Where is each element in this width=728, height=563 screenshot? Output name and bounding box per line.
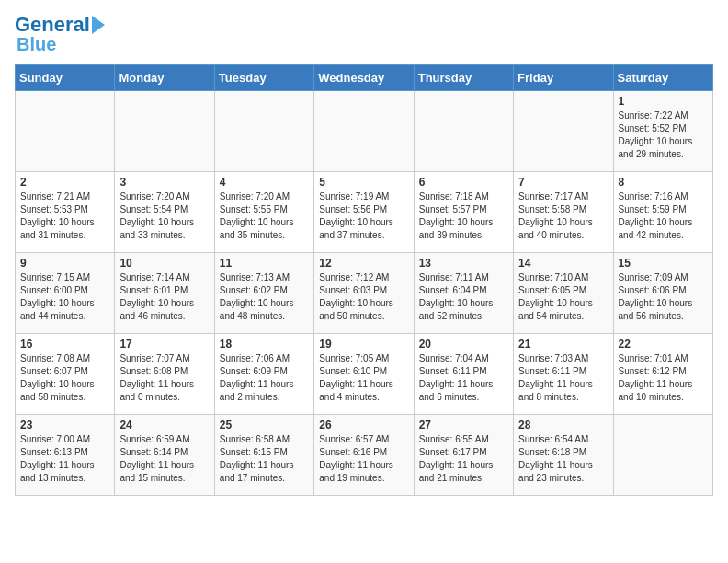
day-info: Sunrise: 7:13 AM Sunset: 6:02 PM Dayligh… — [220, 272, 294, 321]
calendar-cell: 10Sunrise: 7:14 AM Sunset: 6:01 PM Dayli… — [115, 253, 214, 334]
calendar-cell: 23Sunrise: 7:00 AM Sunset: 6:13 PM Dayli… — [16, 415, 115, 496]
day-info: Sunrise: 7:05 AM Sunset: 6:10 PM Dayligh… — [319, 353, 393, 402]
week-row-5: 23Sunrise: 7:00 AM Sunset: 6:13 PM Dayli… — [16, 415, 713, 496]
calendar-table: SundayMondayTuesdayWednesdayThursdayFrid… — [15, 64, 713, 496]
day-info: Sunrise: 7:08 AM Sunset: 6:07 PM Dayligh… — [20, 353, 95, 402]
calendar-cell: 28Sunrise: 6:54 AM Sunset: 6:18 PM Dayli… — [514, 415, 613, 496]
calendar-cell — [613, 415, 712, 496]
day-info: Sunrise: 7:01 AM Sunset: 6:12 PM Dayligh… — [619, 353, 693, 402]
calendar-cell: 9Sunrise: 7:15 AM Sunset: 6:00 PM Daylig… — [16, 253, 115, 334]
day-info: Sunrise: 7:00 AM Sunset: 6:13 PM Dayligh… — [20, 434, 95, 483]
logo-text: General — [15, 15, 90, 35]
page-header: General Blue — [15, 15, 713, 53]
day-info: Sunrise: 7:18 AM Sunset: 5:57 PM Dayligh… — [419, 191, 494, 240]
day-number: 3 — [119, 176, 209, 189]
day-info: Sunrise: 7:10 AM Sunset: 6:05 PM Dayligh… — [518, 272, 593, 321]
calendar-cell: 4Sunrise: 7:20 AM Sunset: 5:55 PM Daylig… — [214, 172, 313, 253]
day-number: 24 — [119, 419, 209, 431]
logo: General Blue — [15, 15, 105, 53]
week-row-1: 1Sunrise: 7:22 AM Sunset: 5:52 PM Daylig… — [16, 91, 713, 172]
day-number: 4 — [220, 176, 309, 189]
day-number: 21 — [518, 338, 608, 350]
day-number: 1 — [619, 95, 708, 108]
day-info: Sunrise: 7:14 AM Sunset: 6:01 PM Dayligh… — [119, 272, 194, 321]
day-number: 11 — [220, 257, 309, 270]
calendar-cell: 19Sunrise: 7:05 AM Sunset: 6:10 PM Dayli… — [314, 334, 414, 415]
calendar-cell: 6Sunrise: 7:18 AM Sunset: 5:57 PM Daylig… — [414, 172, 513, 253]
calendar-cell: 5Sunrise: 7:19 AM Sunset: 5:56 PM Daylig… — [314, 172, 414, 253]
calendar-cell: 20Sunrise: 7:04 AM Sunset: 6:11 PM Dayli… — [414, 334, 513, 415]
calendar-cell — [115, 91, 214, 172]
calendar-body: 1Sunrise: 7:22 AM Sunset: 5:52 PM Daylig… — [16, 91, 713, 496]
calendar-cell: 22Sunrise: 7:01 AM Sunset: 6:12 PM Dayli… — [613, 334, 712, 415]
day-info: Sunrise: 7:07 AM Sunset: 6:08 PM Dayligh… — [119, 353, 194, 402]
day-number: 10 — [119, 257, 209, 270]
weekday-header-sunday: Sunday — [16, 65, 115, 91]
calendar-cell: 24Sunrise: 6:59 AM Sunset: 6:14 PM Dayli… — [115, 415, 214, 496]
calendar-cell — [214, 91, 313, 172]
calendar-cell: 13Sunrise: 7:11 AM Sunset: 6:04 PM Dayli… — [414, 253, 513, 334]
day-info: Sunrise: 7:09 AM Sunset: 6:06 PM Dayligh… — [619, 272, 693, 321]
calendar-cell: 18Sunrise: 7:06 AM Sunset: 6:09 PM Dayli… — [214, 334, 313, 415]
day-number: 27 — [419, 419, 508, 431]
day-info: Sunrise: 6:54 AM Sunset: 6:18 PM Dayligh… — [518, 434, 593, 483]
day-info: Sunrise: 7:12 AM Sunset: 6:03 PM Dayligh… — [319, 272, 393, 321]
day-info: Sunrise: 7:17 AM Sunset: 5:58 PM Dayligh… — [518, 191, 593, 240]
calendar-cell: 1Sunrise: 7:22 AM Sunset: 5:52 PM Daylig… — [613, 91, 712, 172]
weekday-header-wednesday: Wednesday — [314, 65, 414, 91]
calendar-cell: 11Sunrise: 7:13 AM Sunset: 6:02 PM Dayli… — [214, 253, 313, 334]
day-number: 12 — [319, 257, 408, 270]
calendar-cell — [514, 91, 613, 172]
day-number: 26 — [319, 419, 408, 431]
calendar-cell: 26Sunrise: 6:57 AM Sunset: 6:16 PM Dayli… — [314, 415, 414, 496]
calendar-cell: 25Sunrise: 6:58 AM Sunset: 6:15 PM Dayli… — [214, 415, 313, 496]
day-number: 16 — [20, 338, 109, 350]
day-number: 17 — [119, 338, 209, 350]
day-info: Sunrise: 7:20 AM Sunset: 5:55 PM Dayligh… — [220, 191, 294, 240]
week-row-3: 9Sunrise: 7:15 AM Sunset: 6:00 PM Daylig… — [16, 253, 713, 334]
day-number: 25 — [220, 419, 309, 431]
day-info: Sunrise: 7:16 AM Sunset: 5:59 PM Dayligh… — [619, 191, 693, 240]
day-info: Sunrise: 7:22 AM Sunset: 5:52 PM Dayligh… — [619, 110, 693, 159]
day-info: Sunrise: 6:55 AM Sunset: 6:17 PM Dayligh… — [419, 434, 494, 483]
day-number: 14 — [518, 257, 608, 270]
day-number: 15 — [619, 257, 708, 270]
weekday-header-saturday: Saturday — [613, 65, 712, 91]
calendar-cell — [314, 91, 414, 172]
week-row-2: 2Sunrise: 7:21 AM Sunset: 5:53 PM Daylig… — [16, 172, 713, 253]
calendar-cell: 14Sunrise: 7:10 AM Sunset: 6:05 PM Dayli… — [514, 253, 613, 334]
day-number: 18 — [220, 338, 309, 350]
day-number: 7 — [518, 176, 608, 189]
weekday-header-friday: Friday — [514, 65, 613, 91]
calendar-cell: 7Sunrise: 7:17 AM Sunset: 5:58 PM Daylig… — [514, 172, 613, 253]
day-number: 20 — [419, 338, 508, 350]
day-info: Sunrise: 7:19 AM Sunset: 5:56 PM Dayligh… — [319, 191, 393, 240]
day-info: Sunrise: 7:21 AM Sunset: 5:53 PM Dayligh… — [20, 191, 95, 240]
calendar-cell: 16Sunrise: 7:08 AM Sunset: 6:07 PM Dayli… — [16, 334, 115, 415]
calendar-cell: 8Sunrise: 7:16 AM Sunset: 5:59 PM Daylig… — [613, 172, 712, 253]
calendar-cell: 21Sunrise: 7:03 AM Sunset: 6:11 PM Dayli… — [514, 334, 613, 415]
day-info: Sunrise: 6:58 AM Sunset: 6:15 PM Dayligh… — [220, 434, 294, 483]
day-number: 2 — [20, 176, 109, 189]
day-number: 5 — [319, 176, 408, 189]
day-number: 22 — [619, 338, 708, 350]
calendar-cell — [16, 91, 115, 172]
calendar-cell: 17Sunrise: 7:07 AM Sunset: 6:08 PM Dayli… — [115, 334, 214, 415]
weekday-row: SundayMondayTuesdayWednesdayThursdayFrid… — [16, 65, 713, 91]
day-number: 13 — [419, 257, 508, 270]
calendar-cell — [414, 91, 513, 172]
day-number: 23 — [20, 419, 109, 431]
weekday-header-monday: Monday — [115, 65, 214, 91]
weekday-header-tuesday: Tuesday — [214, 65, 313, 91]
day-info: Sunrise: 7:06 AM Sunset: 6:09 PM Dayligh… — [220, 353, 294, 402]
day-info: Sunrise: 7:15 AM Sunset: 6:00 PM Dayligh… — [20, 272, 95, 321]
day-number: 9 — [20, 257, 109, 270]
day-number: 28 — [518, 419, 608, 431]
calendar-cell: 27Sunrise: 6:55 AM Sunset: 6:17 PM Dayli… — [414, 415, 513, 496]
calendar-cell: 3Sunrise: 7:20 AM Sunset: 5:54 PM Daylig… — [115, 172, 214, 253]
day-info: Sunrise: 6:57 AM Sunset: 6:16 PM Dayligh… — [319, 434, 393, 483]
day-number: 8 — [619, 176, 708, 189]
day-info: Sunrise: 6:59 AM Sunset: 6:14 PM Dayligh… — [119, 434, 194, 483]
calendar-header: SundayMondayTuesdayWednesdayThursdayFrid… — [16, 65, 713, 91]
day-info: Sunrise: 7:04 AM Sunset: 6:11 PM Dayligh… — [419, 353, 494, 402]
